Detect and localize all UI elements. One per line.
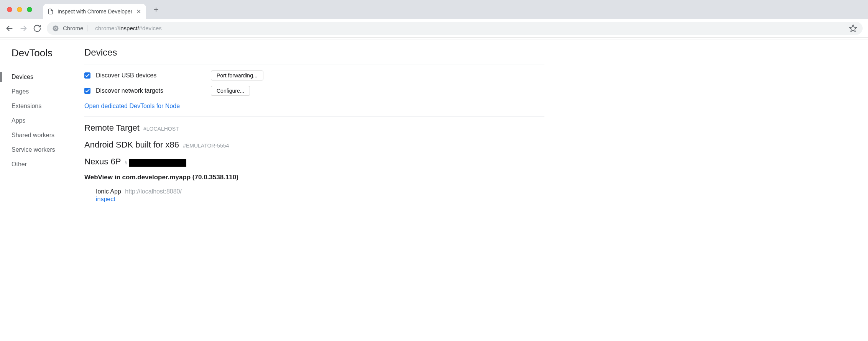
back-button[interactable]	[5, 24, 14, 33]
discover-usb-checkbox[interactable]	[84, 72, 90, 79]
sidebar-item-apps[interactable]: Apps	[12, 113, 73, 128]
sidebar-title: DevTools	[12, 47, 73, 59]
target-url: http://localhost:8080/	[125, 188, 182, 195]
browser-chrome: Inspect with Chrome Developer Chrome chr…	[0, 0, 868, 38]
chrome-icon	[52, 25, 59, 32]
bookmark-star-icon[interactable]	[849, 24, 857, 33]
device-android-sdk-hash: #EMULATOR-5554	[183, 143, 229, 149]
remote-target-heading: Remote Target #LOCALHOST	[84, 123, 544, 133]
sidebar-item-service-workers[interactable]: Service workers	[12, 143, 73, 157]
url-prefix: chrome://	[95, 25, 119, 31]
sidebar: DevTools Devices Pages Extensions Apps S…	[12, 47, 73, 203]
discover-network-row: Discover network targets Configure...	[84, 86, 544, 96]
svg-marker-9	[850, 25, 856, 31]
webview-title: WebView in com.developer.myapp (70.0.353…	[84, 174, 544, 181]
discover-usb-label: Discover USB devices	[96, 72, 211, 79]
hash-char: #	[125, 159, 128, 166]
sidebar-item-pages[interactable]: Pages	[12, 84, 73, 99]
discover-network-label: Discover network targets	[96, 87, 211, 94]
device-nexus-title: Nexus 6P	[84, 157, 121, 166]
divider	[84, 116, 544, 117]
window-controls	[7, 7, 32, 12]
toolbar: Chrome chrome://inspect/#devices	[0, 19, 868, 38]
device-android-sdk-heading: Android SDK built for x86 #EMULATOR-5554	[84, 140, 544, 150]
port-forwarding-button[interactable]: Port forwarding...	[211, 70, 263, 80]
address-label: Chrome	[63, 25, 87, 31]
divider	[84, 64, 544, 64]
device-nexus-hash: #	[125, 159, 186, 166]
remote-target-hash: #LOCALHOST	[143, 126, 179, 132]
sidebar-item-other[interactable]: Other	[12, 157, 73, 172]
remote-target-title: Remote Target	[84, 123, 140, 133]
redacted-serial	[129, 159, 186, 167]
url-strong: inspect/	[119, 25, 139, 31]
inspect-link[interactable]: inspect	[96, 196, 544, 203]
new-tab-button[interactable]	[149, 3, 163, 16]
address-bar[interactable]: Chrome chrome://inspect/#devices	[47, 22, 863, 35]
maximize-window-button[interactable]	[27, 7, 32, 12]
address-url: chrome://inspect/#devices	[91, 25, 161, 31]
browser-tab[interactable]: Inspect with Chrome Developer	[43, 4, 146, 19]
open-node-devtools-link[interactable]: Open dedicated DevTools for Node	[84, 103, 180, 110]
target-row: Ionic App http://localhost:8080/ inspect	[84, 188, 544, 203]
minimize-window-button[interactable]	[17, 7, 22, 12]
sidebar-item-devices[interactable]: Devices	[12, 70, 73, 84]
file-icon	[48, 8, 54, 15]
device-android-sdk-title: Android SDK built for x86	[84, 140, 179, 149]
forward-button[interactable]	[19, 24, 28, 33]
main-content: Devices Discover USB devices Port forwar…	[84, 47, 544, 203]
discover-network-checkbox[interactable]	[84, 88, 90, 94]
discover-usb-row: Discover USB devices Port forwarding...	[84, 70, 544, 80]
url-suffix: #devices	[139, 25, 162, 31]
close-window-button[interactable]	[7, 7, 12, 12]
target-name: Ionic App	[96, 188, 121, 195]
sidebar-item-shared-workers[interactable]: Shared workers	[12, 128, 73, 143]
page-title: Devices	[84, 47, 544, 58]
configure-button[interactable]: Configure...	[211, 86, 250, 96]
tab-strip: Inspect with Chrome Developer	[0, 0, 868, 19]
sidebar-item-extensions[interactable]: Extensions	[12, 99, 73, 113]
device-nexus-heading: Nexus 6P #	[84, 157, 544, 167]
tab-title: Inspect with Chrome Developer	[58, 8, 132, 15]
close-tab-icon[interactable]	[136, 9, 141, 14]
reload-button[interactable]	[33, 24, 41, 33]
page-body: DevTools Devices Pages Extensions Apps S…	[0, 39, 868, 210]
svg-point-8	[55, 27, 57, 29]
